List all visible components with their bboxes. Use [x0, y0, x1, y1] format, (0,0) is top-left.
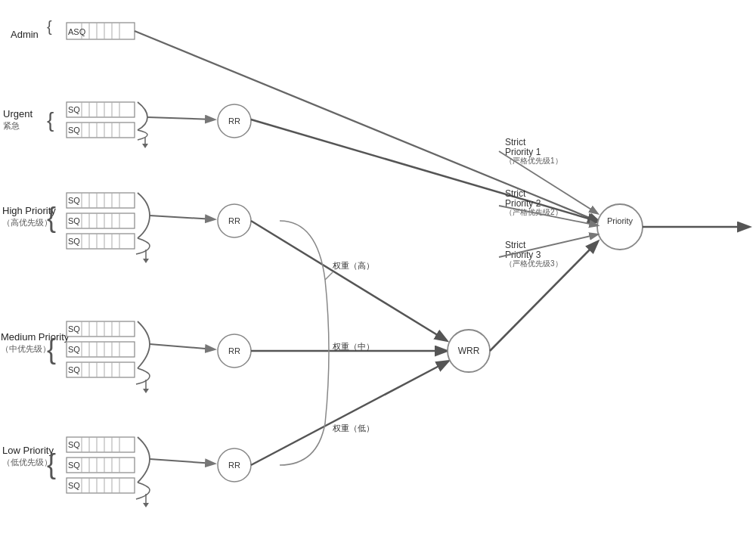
svg-line-29	[251, 119, 599, 222]
svg-line-84	[150, 344, 214, 349]
svg-text:SQ: SQ	[68, 440, 80, 449]
urgent-label-main: Urgent	[3, 108, 33, 119]
weight-high-label: 权重（高）	[332, 261, 374, 270]
sp2-label-main: Strict	[505, 188, 526, 199]
svg-text:ASQ: ASQ	[68, 27, 86, 36]
medium-label-sub: （中优先级）	[1, 344, 51, 353]
svg-line-26	[147, 117, 214, 119]
svg-text:{: {	[47, 202, 56, 233]
svg-marker-28	[142, 144, 148, 148]
svg-marker-57	[143, 259, 149, 263]
sp1-label-priority: Priority 1	[505, 147, 541, 157]
svg-text:SQ: SQ	[68, 237, 80, 246]
urgent-label-sub: 紧急	[3, 121, 20, 130]
priority-label-line1: Priority	[607, 216, 634, 225]
svg-marker-115	[143, 503, 149, 507]
svg-line-117	[325, 272, 333, 280]
rr-urgent-label: RR	[228, 116, 240, 126]
sp3-label-main: Strict	[505, 240, 526, 250]
svg-line-116	[251, 361, 448, 465]
sp2-label-priority: Priority 2	[505, 198, 541, 209]
low-label-sub: （低优先级）	[2, 458, 52, 467]
medium-label-main: Medium Priority	[1, 331, 70, 343]
rr-medium-label: RR	[228, 346, 240, 355]
rr-high-label: RR	[228, 216, 240, 225]
diagram: Admin { ASQ Urgent 紧急 { SQ SQ RR High Pr…	[0, 0, 756, 546]
svg-text:{: {	[47, 333, 56, 365]
svg-text:SQ: SQ	[68, 196, 80, 205]
svg-text:SQ: SQ	[68, 216, 80, 225]
svg-text:SQ: SQ	[68, 461, 80, 470]
svg-line-8	[135, 31, 599, 222]
priority-node	[597, 204, 643, 250]
svg-line-58	[251, 221, 446, 340]
svg-text:SQ: SQ	[68, 324, 80, 333]
svg-line-113	[150, 459, 214, 464]
svg-text:SQ: SQ	[68, 365, 80, 374]
svg-text:SQ: SQ	[68, 345, 80, 354]
svg-text:{: {	[47, 108, 54, 132]
svg-text:{: {	[47, 448, 56, 479]
svg-text:SQ: SQ	[68, 105, 80, 114]
rr-low-label: RR	[228, 461, 240, 470]
svg-marker-86	[143, 389, 149, 393]
svg-text:{: {	[47, 18, 52, 35]
sp3-label-sub: （严格优先级3）	[505, 259, 562, 268]
wrr-label: WRR	[458, 346, 480, 356]
high-label-sub: （高优先级）	[2, 218, 52, 227]
svg-line-55	[150, 216, 214, 219]
weight-low-label: 权重（低）	[332, 423, 374, 433]
sp1-label-main: Strict	[505, 137, 526, 147]
svg-text:SQ: SQ	[68, 126, 80, 135]
admin-label: Admin	[11, 29, 39, 40]
weight-medium-label: 权重（中）	[332, 342, 374, 351]
svg-text:SQ: SQ	[68, 481, 80, 490]
